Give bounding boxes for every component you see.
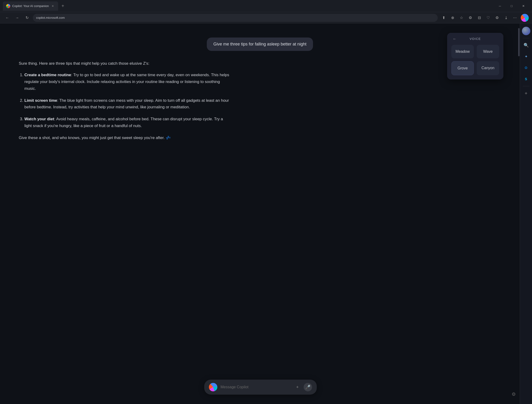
voice-panel-header: ← VOICE [451, 37, 499, 41]
sidebar-search-button[interactable]: 🔍 [522, 41, 530, 50]
skype-icon: S [525, 77, 527, 81]
back-icon: ← [5, 16, 9, 20]
microphone-button[interactable]: 🎤 [304, 383, 312, 391]
tip-3: Watch your diet: Avoid heavy meals, caff… [24, 116, 230, 129]
tip-1: Create a bedtime routine: Try to go to b… [24, 72, 230, 92]
forward-button[interactable]: → [13, 14, 21, 22]
toolbar-actions: ⬆ ⊕ ☆ ⚙ ⊟ ♡ ⚙ ⤓ ⋯ [440, 14, 519, 22]
tip-2: Limit screen time: The blue light from s… [24, 97, 230, 111]
sidebar-skype-button[interactable]: S [522, 75, 530, 83]
splitscreen-button[interactable]: ⊟ [475, 14, 483, 22]
add-icon: + [296, 385, 299, 390]
sidebar-outlook-button[interactable]: O [522, 63, 530, 72]
refresh-button[interactable]: ↻ [23, 14, 31, 22]
tip-3-title: Watch your diet [24, 117, 54, 121]
voice-option-wave[interactable]: Wave [477, 45, 499, 58]
tip-2-title: Limit screen time [24, 98, 57, 103]
browser-settings-button[interactable]: ⚙ [493, 14, 501, 22]
ai-response: Sure thing. Here are three tips that mig… [19, 60, 230, 141]
download-button[interactable]: ⤓ [502, 14, 510, 22]
user-avatar[interactable] [522, 27, 530, 35]
tab-title: Copilot: Your AI companion [12, 4, 49, 8]
browser-chrome: Copilot: Your AI companion ✕ + ─ □ ✕ [0, 0, 532, 12]
main-layout: Give me three tips for falling asleep be… [0, 24, 532, 404]
search-icon: 🔍 [524, 43, 529, 48]
copilot-logo-icon [521, 14, 529, 22]
tip-1-title: Create a bedtime routine [24, 73, 71, 77]
voice-option-grove[interactable]: Grove [451, 61, 474, 75]
zoom-button[interactable]: ⊕ [449, 14, 456, 22]
voice-options-grid: Meadow Wave Grove Canyon [451, 45, 499, 75]
voice-option-meadow[interactable]: Meadow [451, 45, 474, 58]
mic-icon: 🎤 [305, 385, 310, 390]
sidebar-add-button[interactable]: + [522, 89, 530, 98]
close-button[interactable]: ✕ [518, 1, 529, 11]
user-message-bubble: Give me three tips for falling asleep be… [207, 38, 313, 51]
more-button[interactable]: ⋯ [511, 14, 519, 22]
ai-closing: Give these a shot, and who knows, you mi… [19, 135, 230, 141]
extensions-button[interactable]: ⚙ [466, 14, 474, 22]
address-text: copilot.microsoft.com [36, 16, 65, 19]
scrollbar-track[interactable] [518, 24, 520, 404]
voice-panel: ← VOICE Meadow Wave Grove Canyon [447, 33, 503, 80]
copilot-sidebar-icon: ✦ [525, 55, 527, 58]
sidebar-divider-1 [523, 38, 529, 38]
ai-intro: Sure thing. Here are three tips that mig… [19, 60, 230, 67]
favorites-button[interactable]: ☆ [457, 14, 465, 22]
tip-3-body: : Avoid heavy meals, caffeine, and alcoh… [24, 117, 223, 128]
new-tab-button[interactable]: + [59, 2, 67, 10]
content-area: Give me three tips for falling asleep be… [0, 24, 520, 404]
sidebar-divider-2 [523, 86, 529, 86]
copilot-profile-button[interactable] [521, 14, 529, 22]
input-actions: + 🎤 [294, 383, 312, 391]
address-bar[interactable]: copilot.microsoft.com [33, 14, 438, 22]
heart-button[interactable]: ♡ [484, 14, 492, 22]
bottom-input-bar: Message Copilot + 🎤 [204, 380, 317, 395]
add-attachment-button[interactable]: + [294, 383, 301, 391]
refresh-icon: ↻ [25, 15, 29, 20]
input-placeholder[interactable]: Message Copilot [221, 385, 291, 389]
ai-tips-list: Create a bedtime routine: Try to go to b… [19, 72, 230, 129]
settings-icon: ⚙ [512, 391, 516, 397]
scrollbar-thumb[interactable] [518, 28, 519, 56]
back-button[interactable]: ← [3, 14, 11, 22]
voice-back-button[interactable]: ← [451, 36, 458, 42]
voice-option-canyon[interactable]: Canyon [477, 61, 499, 75]
maximize-button[interactable]: □ [506, 1, 518, 11]
window-controls: ─ □ ✕ [494, 1, 529, 11]
settings-corner-button[interactable]: ⚙ [509, 390, 518, 398]
outlook-icon: O [525, 66, 527, 70]
right-sidebar: 🔍 ✦ O S + [520, 24, 532, 404]
sidebar-copilot-button[interactable]: ✦ [522, 52, 530, 61]
share-button[interactable]: ⬆ [440, 14, 448, 22]
input-container[interactable]: Message Copilot + 🎤 [204, 380, 317, 395]
add-icon: + [525, 91, 527, 96]
active-tab[interactable]: Copilot: Your AI companion ✕ [3, 1, 58, 11]
user-message-container: Give me three tips for falling asleep be… [19, 38, 501, 51]
forward-icon: → [15, 16, 19, 20]
minimize-button[interactable]: ─ [494, 1, 506, 11]
tab-close-button[interactable]: ✕ [51, 4, 55, 8]
voice-panel-title: VOICE [470, 37, 481, 41]
copilot-logo [209, 383, 217, 391]
tab-favicon [6, 4, 10, 8]
browser-toolbar: ← → ↻ copilot.microsoft.com ⬆ ⊕ ☆ ⚙ ⊟ ♡ … [0, 12, 532, 24]
back-arrow-icon: ← [453, 37, 456, 41]
tab-bar: Copilot: Your AI companion ✕ + [3, 1, 494, 11]
